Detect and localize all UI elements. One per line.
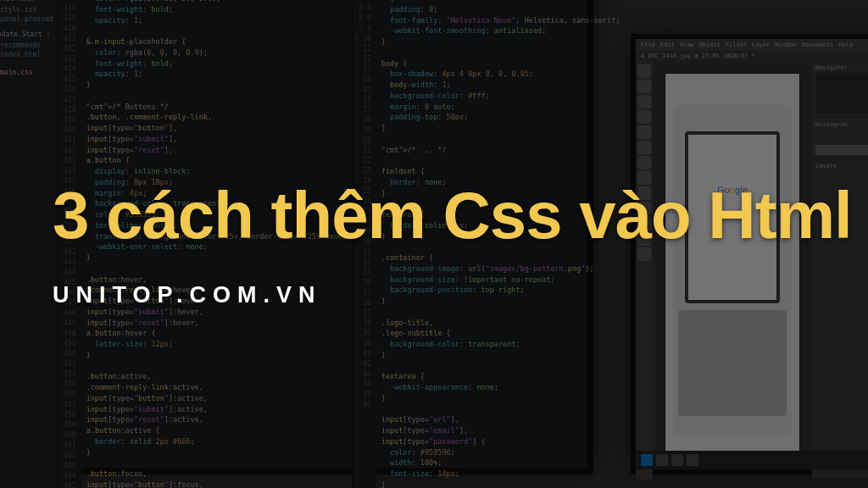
website-subtitle: UNITOP.COM.VN [53, 282, 868, 308]
overlay-text: 3 cách thêm Css vào Html UNITOP.COM.VN [0, 0, 868, 488]
headline-title: 3 cách thêm Css vào Html [53, 180, 868, 251]
